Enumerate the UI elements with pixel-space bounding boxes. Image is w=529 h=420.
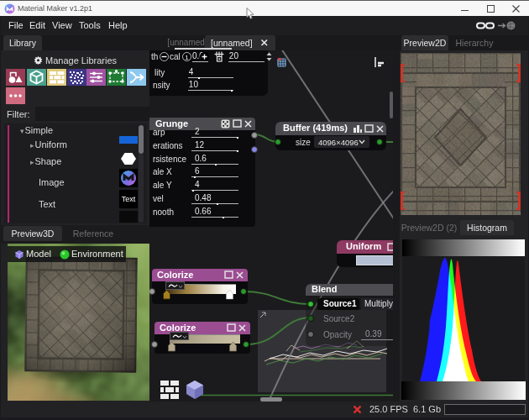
svg-text:1: 1 — [185, 54, 189, 61]
